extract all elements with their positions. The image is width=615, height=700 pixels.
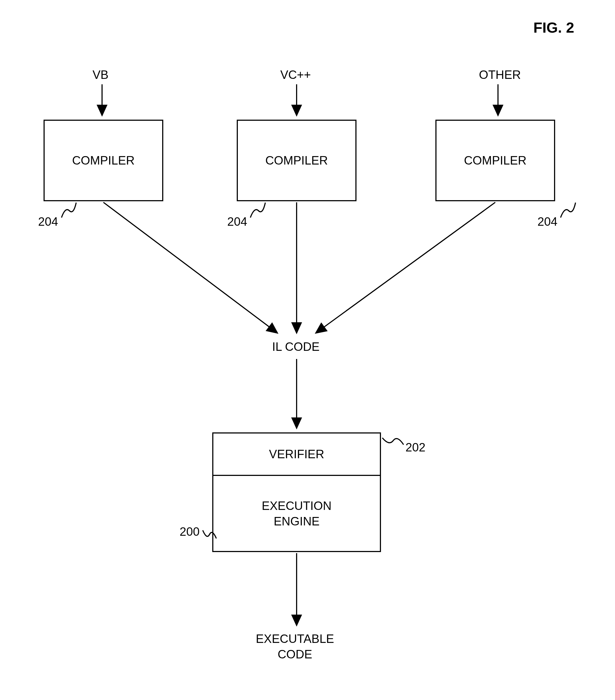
source-other-label: OTHER [479, 68, 521, 82]
svg-line-6 [316, 202, 495, 333]
ref-204-center: 204 [227, 215, 247, 228]
source-vb-label: VB [93, 68, 109, 82]
verifier-box: VERIFIER [212, 433, 381, 476]
il-code-label: IL CODE [272, 340, 319, 353]
verifier-text: VERIFIER [269, 447, 324, 461]
ref-202: 202 [405, 440, 425, 454]
execution-engine-box: EXECUTION ENGINE [212, 476, 381, 552]
compiler-box-vcpp: COMPILER [237, 120, 356, 201]
source-vcpp-label: VC++ [280, 68, 311, 82]
svg-line-4 [103, 202, 278, 333]
figure-title: FIG. 2 [533, 19, 574, 36]
ref-204-left: 204 [38, 215, 58, 228]
execution-engine-text: EXECUTION ENGINE [262, 498, 332, 529]
ref-204-right: 204 [538, 215, 557, 228]
executable-code-label: EXECUTABLE CODE [256, 631, 334, 662]
compiler-text: COMPILER [72, 154, 135, 167]
compiler-box-other: COMPILER [435, 120, 555, 201]
compiler-text: COMPILER [464, 154, 527, 167]
compiler-box-vb: COMPILER [44, 120, 163, 201]
ref-200: 200 [180, 525, 199, 538]
compiler-text: COMPILER [265, 154, 328, 167]
